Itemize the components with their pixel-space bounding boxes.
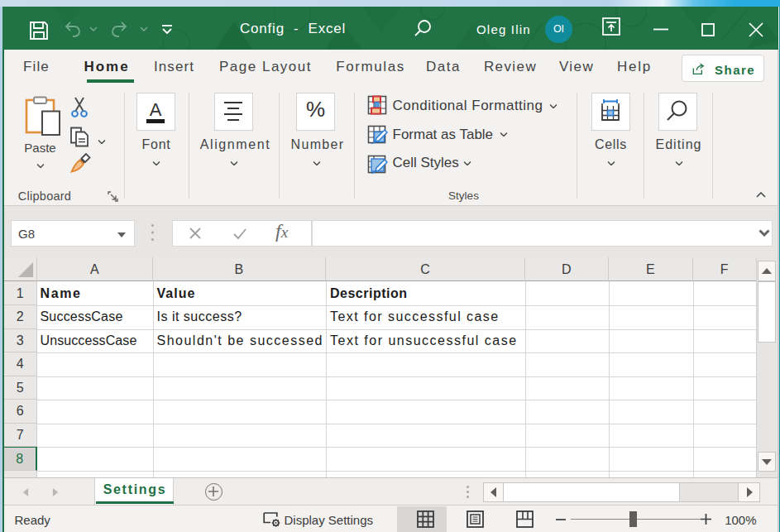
svg-text:A: A [150, 99, 162, 120]
